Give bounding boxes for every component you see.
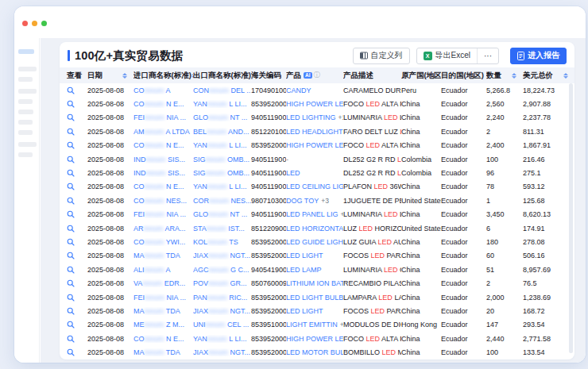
product-link[interactable]: LED LAMP <box>286 266 322 274</box>
exporter-link[interactable]: YANmnom L LI... <box>193 100 251 108</box>
header-cell[interactable]: 数量 <box>486 71 523 81</box>
importer-link[interactable]: COmnom N E... <box>133 183 193 190</box>
header-cell[interactable]: 美元总价 <box>523 71 574 81</box>
exporter-link[interactable]: YANmnom L LI... <box>193 141 251 149</box>
exporter-link[interactable]: JIAXmnom NGT... <box>193 307 251 315</box>
view-button[interactable] <box>60 225 87 233</box>
exporter-link[interactable]: KOLmnom TS <box>193 238 251 246</box>
close-window-button[interactable] <box>22 21 28 26</box>
importer-link[interactable]: MAmnom TDA <box>133 348 193 356</box>
product-link[interactable]: LIGHT EMITTIN <box>286 321 338 329</box>
importer-link[interactable]: ALImnom A <box>133 266 193 274</box>
importer-link[interactable]: AMmnom A LTDA <box>133 128 193 136</box>
info-icon[interactable]: ⓘ <box>314 71 321 80</box>
exporter-link[interactable]: UNImnom CEL ... <box>193 321 251 329</box>
importer-link[interactable]: VAmnom EDR... <box>133 279 193 287</box>
exporter-link[interactable]: YANmnom L LI... <box>193 335 251 343</box>
importer-link[interactable]: FEImnom NIA ... <box>133 210 193 218</box>
product-link[interactable]: LED GUIDE LIGHT T <box>286 238 343 246</box>
importer-link[interactable]: COmnom N E... <box>133 141 193 149</box>
view-button[interactable] <box>60 169 87 177</box>
view-button[interactable] <box>60 100 87 108</box>
importer-link[interactable]: INDmnom SIS... <box>133 169 193 177</box>
exporter-link[interactable]: PANmnom RIC... <box>193 294 251 302</box>
sidebar-item[interactable] <box>18 130 33 135</box>
product-link[interactable]: HIGH POWER LED F <box>286 100 343 108</box>
exporter-link[interactable]: YANmnom L LI... <box>193 183 251 190</box>
enter-report-button[interactable]: 进入报告 <box>510 48 567 64</box>
header-cell[interactable]: 产品 AI ⓘ <box>286 71 343 81</box>
importer-link[interactable]: COmnom N E... <box>133 335 193 343</box>
header-cell[interactable]: 查看 <box>60 71 87 81</box>
product-link[interactable]: LED <box>286 169 300 177</box>
view-button[interactable] <box>60 141 87 149</box>
view-button[interactable] <box>60 279 87 287</box>
product-link[interactable]: LED LIGHT <box>286 307 323 315</box>
product-link[interactable]: LED MOTOR BULB <box>286 348 343 356</box>
exporter-link[interactable]: SIGmnom OMB... <box>193 169 251 177</box>
product-link[interactable]: LED LIGHT BULB <box>286 294 343 302</box>
product-link[interactable]: LED PANEL LIG <box>286 210 338 218</box>
sort-icon[interactable] <box>512 73 516 79</box>
product-link[interactable]: LED HEADLIGHT <box>286 128 343 136</box>
header-cell[interactable]: 日期 <box>87 71 133 81</box>
product-link[interactable]: LITHIUM ION BATT <box>286 279 343 287</box>
importer-link[interactable]: COmnom N E... <box>133 100 193 108</box>
product-link[interactable]: LED HORIZONTAL <box>286 225 343 233</box>
importer-link[interactable]: MAmnom TDA <box>133 307 193 315</box>
view-button[interactable] <box>60 197 87 205</box>
importer-link[interactable]: FEImnom NIA ... <box>133 294 193 302</box>
view-button[interactable] <box>60 238 87 246</box>
exporter-link[interactable]: JIAXmnom NGT... <box>193 252 251 259</box>
sidebar-item[interactable] <box>18 110 33 114</box>
view-button[interactable] <box>60 294 87 302</box>
exporter-link[interactable]: GLOmnom NT ... <box>193 210 251 218</box>
product-link[interactable]: DOG TOY <box>286 197 319 205</box>
exporter-link[interactable]: JIAXmnom NGT... <box>193 348 251 356</box>
product-link[interactable]: HIGH POWER LED F <box>286 141 343 149</box>
export-excel-button[interactable]: X 导出Excel <box>417 48 477 63</box>
exporter-link[interactable]: BELmnom AND... <box>193 128 251 136</box>
table-scrollbar[interactable] <box>569 83 573 353</box>
zoom-window-button[interactable] <box>41 21 47 26</box>
customize-columns-button[interactable]: 自定义列 <box>353 48 410 64</box>
more-options-button[interactable]: ··· <box>478 48 498 63</box>
product-link[interactable]: CANDY <box>286 86 311 94</box>
view-button[interactable] <box>60 307 87 315</box>
view-button[interactable] <box>60 252 87 259</box>
view-button[interactable] <box>60 183 87 190</box>
exporter-link[interactable]: STAmnom IST... <box>193 225 251 233</box>
sidebar-item[interactable] <box>18 67 37 71</box>
header-cell[interactable]: 海关编码 <box>251 71 286 81</box>
importer-link[interactable]: ARmnom ARA... <box>133 225 193 233</box>
header-cell[interactable]: 目的国(地区) <box>441 71 486 81</box>
exporter-link[interactable]: POVmnom GR... <box>193 279 251 287</box>
importer-link[interactable]: COmnom NES... <box>133 197 193 205</box>
product-link[interactable]: HIGH POWER LED F <box>286 335 343 343</box>
sidebar-item-active[interactable] <box>18 49 34 54</box>
header-cell[interactable]: 原产国(地区) <box>401 71 441 81</box>
sidebar-item[interactable] <box>18 142 37 147</box>
product-link[interactable]: LED LIGHT <box>286 252 323 259</box>
importer-link[interactable]: INDmnom SIS... <box>133 156 193 163</box>
view-button[interactable] <box>60 86 87 94</box>
importer-link[interactable]: MAmnom TDA <box>133 252 193 259</box>
importer-link[interactable]: MEmnom Z M... <box>133 321 193 329</box>
sidebar-item[interactable] <box>18 99 33 104</box>
sort-icon[interactable] <box>563 73 568 79</box>
importer-link[interactable]: COmnom YWI... <box>133 238 193 246</box>
view-button[interactable] <box>60 128 87 136</box>
header-cell[interactable]: 进口商名称(标准) <box>133 71 193 81</box>
header-cell[interactable]: 出口商名称(标准) <box>193 71 251 81</box>
minimize-window-button[interactable] <box>32 21 37 26</box>
view-button[interactable] <box>60 210 87 218</box>
product-extra-badge[interactable]: +3 <box>321 197 329 205</box>
exporter-link[interactable]: CONmnom DEL ... <box>193 86 251 94</box>
exporter-link[interactable]: GLOmnom NT ... <box>193 113 251 121</box>
sidebar-item[interactable] <box>18 152 33 157</box>
view-button[interactable] <box>60 266 87 274</box>
product-link[interactable]: LED LIGHTING <box>286 113 336 121</box>
sidebar-item[interactable] <box>18 77 33 82</box>
sidebar-item[interactable] <box>18 89 37 94</box>
sidebar-item[interactable] <box>18 120 33 125</box>
